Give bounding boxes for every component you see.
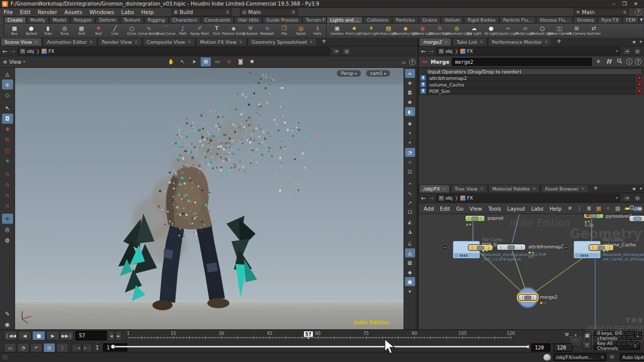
camera-selector[interactable]: cam1 ▾ (366, 70, 390, 77)
frame-forward-button[interactable]: ▸ (115, 331, 122, 340)
next-key-button[interactable]: ▶❘ (83, 343, 93, 352)
shelf-tab-vellum[interactable]: Vellum (441, 17, 463, 23)
current-frame-field[interactable]: 57 (75, 331, 107, 340)
net-breadcrumb-obj[interactable]: ⌗ obj (439, 195, 452, 201)
pane-tab-animation-editor[interactable]: Animation Editor× (43, 38, 97, 46)
strip-more-icon[interactable]: ▾ (405, 287, 415, 296)
pane-tab-close-icon[interactable]: × (544, 40, 548, 44)
go-start-button[interactable]: ❘◀◀ (4, 331, 17, 340)
pane-maximize-icon[interactable]: ▪ (632, 39, 635, 44)
pane-tab-scene-view[interactable]: Scene View× (1, 38, 42, 46)
pane-tab-merge2[interactable]: merge2× (419, 38, 451, 46)
shelf-tab-viscous-flu[interactable]: Viscous Flu... (536, 17, 573, 23)
shelf-tool-stereo-camera[interactable]: ◫Stereo Camera (551, 26, 568, 36)
net-search-icon[interactable] (629, 205, 635, 212)
point-marker-icon[interactable]: • (405, 179, 415, 188)
shelf-tab-polygon[interactable]: Polygon (70, 17, 95, 23)
shelf-tool-sphere[interactable]: ●Sphere (23, 26, 39, 36)
forward-arrow-icon[interactable]: → (10, 48, 15, 55)
shelf-tool-camera[interactable]: ▣Camera (329, 26, 346, 36)
key-icon[interactable]: ⚿ (583, 341, 592, 349)
pane-tab-close-icon[interactable]: × (479, 40, 483, 44)
net-back-arrow-icon[interactable]: ← (421, 195, 426, 202)
shelf-tool-point-light[interactable]: ★Point Light (346, 26, 363, 36)
shelf-tab-pyro-fx[interactable]: Pyro FX (598, 17, 622, 23)
pane-tab-render-view[interactable]: Render View× (98, 38, 142, 46)
pane-tab-close-icon[interactable]: × (480, 187, 484, 191)
param-follow-icon[interactable]: ◎ (633, 48, 641, 55)
translate-icon[interactable]: ✚ (2, 124, 13, 134)
shelf-tab-guide-process[interactable]: Guide Process (263, 17, 301, 23)
houdini-help-icon[interactable]: H (605, 58, 613, 65)
param-forward-arrow-icon[interactable]: → (429, 48, 434, 55)
pane-tab-motion-fx-view[interactable]: Motion FX View× (196, 38, 247, 46)
shelf-tab-lights-and[interactable]: Lights and ... (327, 17, 363, 23)
stereo-icon[interactable]: ∞ (405, 69, 415, 78)
info-icon[interactable]: i (626, 58, 632, 65)
range-end-field[interactable]: 120 (531, 343, 550, 351)
mask-icon[interactable]: ⊹ (405, 157, 415, 166)
pane-tab-geometry-spreadsheet[interactable]: Geometry Spreadsheet× (248, 38, 317, 46)
headlight-icon[interactable]: ✺ (405, 98, 415, 107)
dopesheet-button[interactable]: ⌶ (56, 343, 68, 352)
view-tool-selector[interactable]: ✥ View ▾ (3, 59, 25, 65)
shelf-tab-model[interactable]: Model (49, 17, 70, 23)
viewport-help-icon[interactable]: ? (409, 59, 416, 65)
snapshot-icon[interactable]: ⊡ (405, 167, 415, 176)
shelf-tool-spot-light[interactable]: ☀Spot Light (363, 26, 380, 36)
node-volume-cache-label[interactable]: volume_Cache (603, 242, 636, 247)
shelf-grip-handle[interactable] (0, 17, 4, 38)
keys-info-box[interactable]: 0 keys, 0/0 channels▴ (594, 331, 642, 340)
net-display-icon[interactable]: ▩ (613, 205, 622, 212)
brush-b-icon[interactable]: ◮ (405, 227, 415, 236)
bulb-icon[interactable]: ✹ (405, 119, 415, 128)
flipbook-icon[interactable]: ✎ (2, 309, 13, 319)
net-menu-tools[interactable]: Tools (485, 206, 504, 212)
input-operator-attribfrommap2[interactable]: attribfrommap2 (427, 75, 635, 81)
lasso-tool-icon[interactable]: ➤ (189, 57, 199, 66)
net-menu-add[interactable]: Add (421, 206, 437, 212)
remove-input-button[interactable] (636, 82, 642, 87)
input-operator-pop-sim[interactable]: POP_Sim (427, 88, 635, 94)
param-pin-icon[interactable]: ⇥ (623, 48, 631, 55)
range-slider-handle[interactable] (111, 344, 115, 349)
scale-icon[interactable]: ◰ (2, 145, 13, 155)
take-selector[interactable]: ≋ Main ⇅ (574, 9, 629, 16)
pane-tab-close-icon[interactable]: × (442, 187, 446, 191)
shelf-tab-particle-flu[interactable]: Particle Flu... (500, 17, 536, 23)
secure-selection-icon[interactable]: ◘ (2, 114, 13, 124)
message-log-icon[interactable] (2, 354, 9, 360)
playhead-flag[interactable]: 57 (303, 331, 313, 337)
pin-pane-icon[interactable]: ⇥ (332, 48, 340, 55)
curve-marker-icon[interactable]: ∿ (405, 189, 415, 198)
pane-tab-performance-monitor[interactable]: Performance Monitor× (488, 38, 552, 46)
breadcrumb-obj[interactable]: ⌗ obj (20, 48, 34, 54)
snap-point-icon[interactable]: ∩ (2, 190, 13, 200)
pane-tab-tree-view[interactable]: Tree View× (451, 185, 488, 193)
menu-edit[interactable]: Edit (16, 8, 34, 17)
particle-display-icon[interactable]: ◬ (405, 248, 415, 257)
reorder-up-icon[interactable]: ⬆ (421, 88, 426, 94)
minimize-button[interactable]: – (613, 1, 615, 7)
node-partial-right[interactable] (629, 215, 644, 222)
angle-icon[interactable]: ∠ (405, 239, 415, 248)
menu-help[interactable]: Help (137, 8, 157, 17)
net-dots-icon[interactable]: ⁘ (604, 205, 612, 212)
menu-labs[interactable]: Labs (118, 8, 138, 17)
pin-b-icon[interactable]: ⌖ (405, 138, 415, 147)
node-name-field[interactable]: merge2 (452, 58, 592, 66)
update-mode-selector[interactable]: Auto Update⇅ (620, 353, 644, 361)
net-menu-edit[interactable]: Edit (437, 206, 453, 212)
pane-tab-close-icon[interactable]: × (35, 40, 38, 44)
quality-icon[interactable]: ❖ (405, 78, 415, 87)
help-button[interactable]: ? (635, 9, 642, 16)
net-tree-icon[interactable]: ⋮ (575, 205, 584, 212)
play-button[interactable]: ▶ (46, 331, 59, 340)
new-pane-tab-button[interactable]: + (590, 184, 602, 193)
prev-key-button[interactable]: ❘◀ (71, 343, 82, 352)
image-plane-icon[interactable]: ▣ (405, 277, 415, 286)
back-arrow-icon[interactable]: ← (3, 48, 8, 55)
shelf-tool-volume-light[interactable]: ◉Volume Light (414, 26, 431, 36)
pose-icon[interactable]: ✳ (2, 156, 13, 166)
sim-dropdown-icon[interactable]: ▾ (575, 333, 577, 337)
